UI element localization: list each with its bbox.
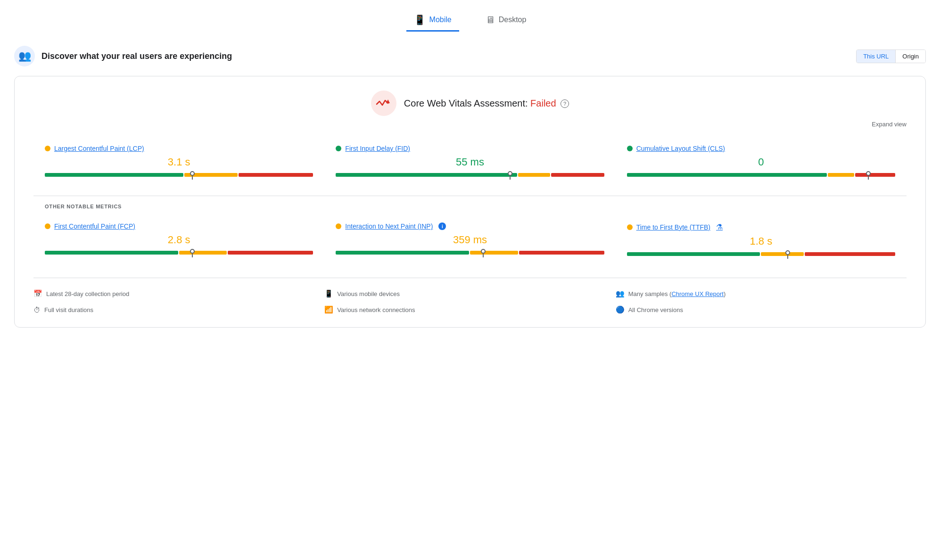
fcp-needle <box>190 249 195 257</box>
inp-info-icon[interactable]: i <box>438 222 446 230</box>
cls-value: 0 <box>627 156 895 168</box>
tab-desktop-label: Desktop <box>499 16 527 24</box>
fid-value: 55 ms <box>336 156 604 168</box>
fid-needle <box>508 171 512 180</box>
desktop-icon: 🖥 <box>486 15 495 25</box>
section-divider <box>33 196 907 196</box>
fid-bar-red <box>551 173 604 177</box>
fid-bar-green <box>336 173 517 177</box>
footer-all-chrome: 🔵 All Chrome versions <box>616 304 907 316</box>
other-metrics-grid: First Contentful Paint (FCP) 2.8 s Inter… <box>33 215 907 264</box>
assessment-failed-icon <box>371 91 396 116</box>
fid-label: First Input Delay (FID) <box>345 145 410 152</box>
cls-bar-red <box>855 173 895 177</box>
fcp-bar-red <box>228 251 313 255</box>
tab-mobile[interactable]: 📱 Mobile <box>406 9 459 32</box>
inp-bar-orange <box>470 251 518 255</box>
inp-value: 359 ms <box>336 234 604 246</box>
cls-status-dot <box>627 146 633 151</box>
chrome-ux-report-link[interactable]: Chrome UX Report <box>671 290 724 297</box>
mobile-devices-icon: 📱 <box>324 289 333 298</box>
fcp-bar <box>45 251 313 255</box>
footer-mobile-devices: 📱 Various mobile devices <box>324 288 615 300</box>
expand-view-button[interactable]: Expand view <box>33 121 907 128</box>
fid-bar <box>336 173 604 177</box>
ttfb-bar <box>627 252 895 256</box>
page-title: Discover what your real users are experi… <box>41 51 232 61</box>
footer-network-connections: 📶 Various network connections <box>324 304 615 316</box>
lcp-value: 3.1 s <box>45 156 313 168</box>
other-metrics-label: OTHER NOTABLE METRICS <box>33 204 907 209</box>
ttfb-status-dot <box>627 224 633 230</box>
fcp-value: 2.8 s <box>45 234 313 246</box>
assessment-header: Core Web Vitals Assessment: Failed ? <box>33 91 907 116</box>
inp-bar-red <box>519 251 604 255</box>
ttfb-needle <box>785 250 790 259</box>
network-icon: 📶 <box>324 305 333 314</box>
tab-mobile-label: Mobile <box>429 16 452 24</box>
metric-fcp: First Contentful Paint (FCP) 2.8 s <box>33 215 324 264</box>
ttfb-bar-red <box>805 252 895 256</box>
metric-ttfb: Time to First Byte (TTFB) ⚗ 1.8 s <box>616 215 907 264</box>
fcp-label: First Contentful Paint (FCP) <box>54 222 135 230</box>
users-icon: 👥 <box>616 289 625 298</box>
lcp-label: Largest Contentful Paint (LCP) <box>54 145 144 152</box>
origin-button[interactable]: Origin <box>896 50 925 63</box>
ttfb-label: Time to First Byte (TTFB) <box>636 223 710 231</box>
url-origin-toggle: This URL Origin <box>856 49 926 63</box>
inp-bar-green <box>336 251 469 255</box>
this-url-button[interactable]: This URL <box>857 50 896 63</box>
cls-bar-orange <box>828 173 855 177</box>
metric-inp: Interaction to Next Paint (INP) i 359 ms <box>324 215 615 264</box>
mobile-icon: 📱 <box>414 14 426 25</box>
header-left: 👥 Discover what your real users are expe… <box>14 46 232 66</box>
ttfb-value: 1.8 s <box>627 235 895 247</box>
footer-full-visit: ⏱ Full visit durations <box>33 304 324 316</box>
cls-needle <box>866 171 871 180</box>
metric-fid: First Input Delay (FID) 55 ms <box>324 137 615 184</box>
chrome-icon: 🔵 <box>616 305 625 314</box>
avatar: 👥 <box>14 46 35 66</box>
ttfb-bar-orange <box>761 252 803 256</box>
footer-collection-period: 📅 Latest 28-day collection period <box>33 288 324 300</box>
tab-desktop[interactable]: 🖥 Desktop <box>478 10 534 32</box>
inp-needle <box>481 249 486 257</box>
card-footer: 📅 Latest 28-day collection period 📱 Vari… <box>33 278 907 316</box>
fid-status-dot <box>336 146 341 151</box>
fcp-status-dot <box>45 223 50 229</box>
assessment-title: Core Web Vitals Assessment: Failed ? <box>404 98 569 109</box>
header: 👥 Discover what your real users are expe… <box>14 46 926 66</box>
core-metrics-grid: Largest Contentful Paint (LCP) 3.1 s Fir… <box>33 137 907 184</box>
cls-bar-green <box>627 173 827 177</box>
metric-cls: Cumulative Layout Shift (CLS) 0 <box>616 137 907 184</box>
inp-bar <box>336 251 604 255</box>
inp-label: Interaction to Next Paint (INP) <box>345 222 433 230</box>
calendar-icon: 📅 <box>33 289 42 298</box>
lcp-bar <box>45 173 313 177</box>
avatar-icon: 👥 <box>18 50 31 62</box>
cls-bar <box>627 173 895 177</box>
ttfb-bar-green <box>627 252 760 256</box>
main-card: Core Web Vitals Assessment: Failed ? Exp… <box>14 76 926 328</box>
metric-lcp: Largest Contentful Paint (LCP) 3.1 s <box>33 137 324 184</box>
inp-status-dot <box>336 223 341 229</box>
fcp-bar-green <box>45 251 178 255</box>
fid-bar-orange <box>518 173 550 177</box>
help-icon[interactable]: ? <box>561 99 569 108</box>
footer-many-samples: 👥 Many samples (Chrome UX Report) <box>616 288 907 300</box>
tab-bar: 📱 Mobile 🖥 Desktop <box>14 9 926 32</box>
lcp-status-dot <box>45 146 50 151</box>
timer-icon: ⏱ <box>33 306 41 314</box>
lcp-needle <box>190 171 195 180</box>
lcp-bar-red <box>239 173 313 177</box>
fcp-bar-orange <box>179 251 227 255</box>
flask-icon: ⚗ <box>716 222 723 231</box>
assessment-status: Failed <box>530 98 556 108</box>
lcp-bar-green <box>45 173 183 177</box>
cls-label: Cumulative Layout Shift (CLS) <box>636 145 725 152</box>
